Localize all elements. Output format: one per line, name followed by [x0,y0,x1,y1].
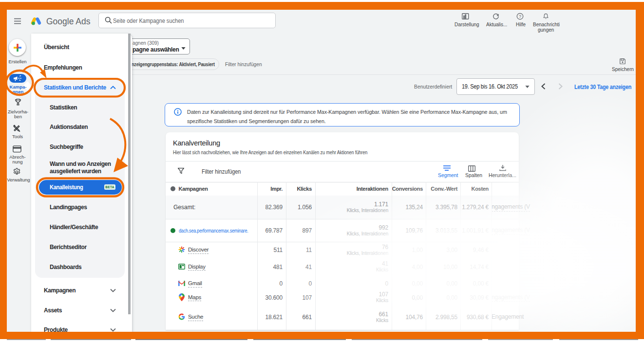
svg-text:?: ? [519,14,521,19]
